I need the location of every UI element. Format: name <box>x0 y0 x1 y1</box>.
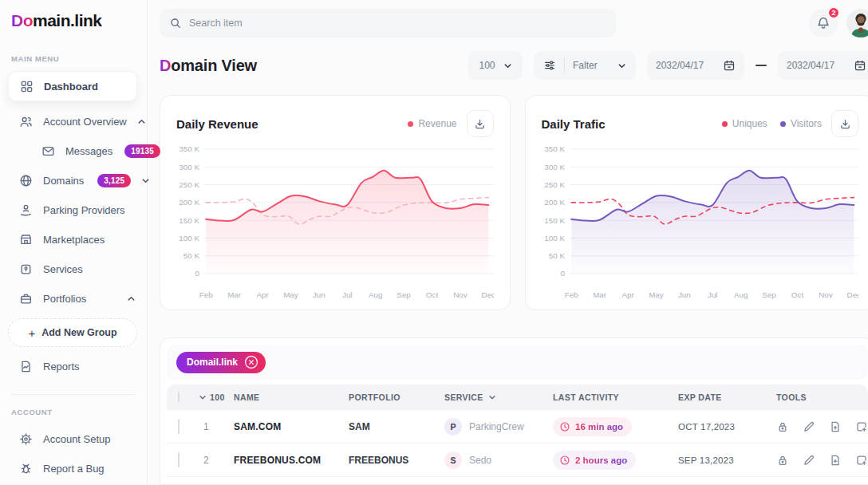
notification-badge: 2 <box>827 6 840 19</box>
last-activity-badge: 2 hours ago <box>553 451 636 470</box>
date-from-picker[interactable]: 2032/04/17 <box>647 51 744 80</box>
traffic-chart: 350 K300 K250 K200 K150 K100 K50 K0FebMa… <box>542 140 859 303</box>
column-header-last-activity[interactable]: LAST ACTIVITY <box>553 392 678 402</box>
svg-text:350 K: 350 K <box>544 145 565 154</box>
traffic-chart-title: Daily Trafic <box>542 117 606 131</box>
select-all-checkbox[interactable] <box>178 392 180 403</box>
file-add-icon[interactable] <box>829 454 842 467</box>
remove-filter-icon[interactable] <box>244 355 258 369</box>
add-new-group-button[interactable]: + Add New Group <box>8 318 137 347</box>
filter-chip-domail-link[interactable]: Domail.link <box>176 352 266 373</box>
mail-icon <box>41 144 55 158</box>
sidebar: Domain.link MAIN MENU Dashboard Account … <box>0 0 148 485</box>
sidebar-item-marketplaces[interactable]: Marketplaces <box>0 225 147 254</box>
filter-label: Falter <box>573 60 598 71</box>
app-logo[interactable]: Domain.link <box>0 11 147 30</box>
account-section-label: ACCOUNT <box>11 408 147 416</box>
chevron-down-icon[interactable] <box>141 176 150 185</box>
filter-dropdown[interactable]: Falter <box>534 51 636 80</box>
row-number: 1 <box>199 421 234 432</box>
table-page-size[interactable]: 100 <box>199 392 234 402</box>
svg-text:Jul: Jul <box>342 290 353 299</box>
revenue-legend: Revenue <box>408 118 456 129</box>
column-header-tools[interactable]: TOOLS <box>776 392 868 402</box>
row-checkbox[interactable] <box>178 419 180 434</box>
sidebar-item-label: Parking Providers <box>43 204 125 216</box>
parking-icon <box>19 203 33 217</box>
svg-text:Aug: Aug <box>733 290 747 299</box>
svg-text:300 K: 300 K <box>544 163 565 172</box>
svg-text:0: 0 <box>195 270 199 278</box>
sidebar-item-messages[interactable]: Messages 19135 <box>0 136 147 166</box>
column-header-portfolio[interactable]: PORTFOLIO <box>349 392 444 402</box>
sliders-icon <box>543 59 556 72</box>
chevron-up-icon[interactable] <box>127 294 136 303</box>
sidebar-divider <box>11 394 136 395</box>
search-bar[interactable] <box>160 9 616 37</box>
sidebar-item-services[interactable]: Services <box>0 254 147 284</box>
chevron-up-icon[interactable] <box>137 117 146 126</box>
domains-table-card: Domail.link 100 NAME PORTFOLIO SERVICE L… <box>160 337 868 485</box>
portfolio-name: FREEBONUS <box>349 455 444 466</box>
date-to-picker[interactable]: 2032/04/17 <box>778 51 868 80</box>
edit-icon[interactable] <box>803 420 815 433</box>
service-cell: S Sedo <box>444 451 553 469</box>
edit-icon[interactable] <box>803 454 815 467</box>
main-content: 2 Domain View 100 Falter 2032/04/17 <box>148 0 868 485</box>
user-avatar[interactable] <box>846 9 868 37</box>
lock-icon[interactable] <box>776 454 789 467</box>
sidebar-item-account-overview[interactable]: Account Overview <box>0 107 147 136</box>
notifications-button[interactable]: 2 <box>809 9 838 37</box>
column-header-service-label: SERVICE <box>444 392 483 402</box>
download-button[interactable] <box>831 110 858 137</box>
briefcase-icon <box>19 292 33 306</box>
store-icon <box>19 233 33 246</box>
search-input[interactable] <box>189 18 606 29</box>
chevron-down-icon <box>617 61 626 70</box>
lock-icon[interactable] <box>776 420 789 433</box>
legend-label: Revenue <box>418 118 456 129</box>
last-activity-badge: 16 min ago <box>553 417 632 436</box>
note-add-icon[interactable] <box>855 420 868 433</box>
sidebar-item-label: Account Setup <box>43 433 111 445</box>
filter-divider <box>564 58 565 73</box>
note-add-icon[interactable] <box>855 454 868 467</box>
service-name: ParkingCrew <box>469 421 524 432</box>
sidebar-item-domains[interactable]: Domains 3,125 <box>0 166 147 195</box>
bell-icon <box>816 16 831 30</box>
chevron-down-icon <box>503 61 512 70</box>
download-button[interactable] <box>467 110 494 137</box>
sidebar-item-account-setup[interactable]: Account Setup <box>0 424 147 454</box>
clock-icon <box>559 455 570 466</box>
service-avatar: P <box>444 418 462 436</box>
sidebar-item-dashboard[interactable]: Dashboard <box>8 71 137 101</box>
column-header-service[interactable]: SERVICE <box>444 392 553 402</box>
row-checkbox[interactable] <box>178 452 180 467</box>
service-cell: P ParkingCrew <box>444 418 553 436</box>
page-size-select[interactable]: 100 <box>468 51 523 80</box>
file-add-icon[interactable] <box>829 420 842 433</box>
column-header-name[interactable]: NAME <box>234 392 349 402</box>
calendar-icon <box>854 59 866 72</box>
download-icon <box>839 118 851 130</box>
sidebar-item-report-a-bug[interactable]: Report a Bug <box>0 454 147 483</box>
sidebar-item-label: Portfolios <box>43 293 86 305</box>
sidebar-item-reports[interactable]: Reports <box>0 352 147 381</box>
table-row[interactable]: 1 SAM.COM SAM P ParkingCrew 16 min ago O… <box>167 410 868 444</box>
date-range-dash <box>756 65 767 66</box>
gear-icon <box>19 432 33 446</box>
svg-text:Apr: Apr <box>621 290 634 299</box>
bug-icon <box>19 462 33 475</box>
column-header-exp-date[interactable]: EXP DATE <box>678 392 776 402</box>
svg-text:Apr: Apr <box>256 290 269 299</box>
sidebar-item-parking-providers[interactable]: Parking Providers <box>0 195 147 225</box>
table-row[interactable]: 2 FREEBONUS.COM FREEBONUS S Sedo 2 hours… <box>167 444 868 477</box>
domains-badge: 3,125 <box>97 174 131 187</box>
sidebar-item-portfolios[interactable]: Portfolios <box>0 284 147 313</box>
svg-text:Dec: Dec <box>846 290 858 299</box>
svg-text:Oct: Oct <box>791 290 803 299</box>
last-activity-text: 16 min ago <box>575 422 623 432</box>
date-from-value: 2032/04/17 <box>656 60 704 71</box>
svg-text:Jul: Jul <box>707 290 717 299</box>
svg-text:Sep: Sep <box>762 290 775 299</box>
